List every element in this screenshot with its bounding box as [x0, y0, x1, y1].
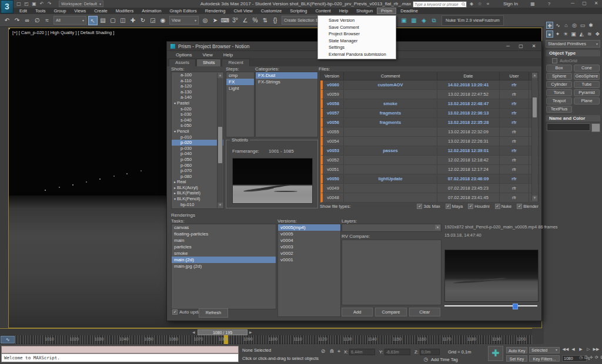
- column-user[interactable]: User: [500, 72, 529, 80]
- shot-item[interactable]: bp-010: [172, 202, 223, 208]
- shot-item[interactable]: s-050: [172, 123, 223, 129]
- dialog-maximize-button[interactable]: ▢: [514, 43, 527, 49]
- macro-recorder-pane[interactable]: [1, 346, 239, 353]
- rect-selection-region-icon[interactable]: ▢: [108, 16, 118, 25]
- primitive-button[interactable]: TextPlus: [546, 106, 572, 113]
- zoom-region-icon[interactable]: ⊡: [584, 355, 588, 360]
- primitives-category-dropdown[interactable]: Standard Primitives▾: [546, 40, 600, 48]
- shot-item[interactable]: Pastel: [172, 100, 223, 106]
- name-color-rollout[interactable]: Name and Color: [546, 115, 600, 122]
- shot-item[interactable]: Pencil: [172, 129, 223, 134]
- scroll-down-icon[interactable]: ▼: [218, 203, 223, 208]
- x-coordinate-field[interactable]: 6,44m: [349, 349, 375, 355]
- menu-item[interactable]: Modifiers: [112, 8, 138, 14]
- preview-slider-track[interactable]: [444, 305, 537, 306]
- render-setup-icon[interactable]: ▣: [399, 16, 409, 25]
- shot-item[interactable]: p-080: [172, 174, 223, 180]
- systems-subtab-icon[interactable]: ❖: [594, 31, 601, 38]
- menu-item[interactable]: Views: [70, 8, 90, 14]
- redo-icon[interactable]: ↷: [12, 16, 22, 25]
- orbit-icon[interactable]: ⟳: [594, 355, 599, 360]
- dialog-tab[interactable]: Assets: [169, 59, 196, 66]
- version-item[interactable]: v0005(mp4): [278, 224, 340, 231]
- select-object-icon[interactable]: ↖: [88, 16, 98, 25]
- object-name-input[interactable]: [547, 123, 590, 131]
- maxscript-listener[interactable]: Welcome to MAXScript.: [1, 353, 239, 362]
- shot-item[interactable]: p-060: [172, 163, 223, 168]
- shot-item[interactable]: BLK(Pencil): [172, 196, 223, 202]
- step-item[interactable]: cmp: [226, 72, 254, 79]
- shot-item[interactable]: a-100: [172, 72, 223, 78]
- time-tag-clock-icon[interactable]: ◷: [422, 356, 430, 362]
- rv-button[interactable]: Add: [342, 308, 373, 316]
- undo-icon[interactable]: ↶: [2, 16, 12, 25]
- primitive-button[interactable]: Plane: [574, 97, 600, 105]
- table-row[interactable]: v0060 customAOV 14.02.2018 13:20:41 rfr: [320, 80, 538, 90]
- time-slider-handle[interactable]: 1080 / 195: [198, 329, 248, 335]
- time-slider[interactable]: ◀ 1080 / 195 ▶: [0, 328, 532, 335]
- play-icon[interactable]: ▶: [577, 347, 584, 352]
- primitive-button[interactable]: Sphere: [546, 73, 572, 80]
- shot-item[interactable]: BLK(Acryl): [172, 185, 223, 191]
- close-button[interactable]: ✕: [593, 1, 600, 6]
- percent-snap-icon[interactable]: %: [250, 16, 260, 25]
- filetype-checkbox[interactable]: ✓Nuke: [495, 204, 512, 209]
- shot-item[interactable]: p-040: [172, 151, 223, 157]
- version-item[interactable]: v0003: [278, 244, 340, 250]
- search-input[interactable]: [413, 2, 461, 6]
- transform-gizmo-toggle[interactable]: ✚: [488, 346, 503, 361]
- table-row[interactable]: v0054 13.02.2018 22:26:31 rfr: [320, 137, 538, 146]
- layers-dropdown[interactable]: ▼: [342, 224, 442, 232]
- shot-item[interactable]: a-130: [172, 89, 223, 95]
- angle-snap-icon[interactable]: ∠: [240, 16, 250, 25]
- primitive-button[interactable]: Teapot: [546, 97, 572, 105]
- shot-item[interactable]: p-020: [172, 140, 223, 146]
- lights-subtab-icon[interactable]: ☀: [562, 31, 569, 38]
- table-row[interactable]: v0056 fragments 13.02.2018 22:35:28 rfr: [320, 118, 538, 127]
- dialog-menu-item[interactable]: Options: [170, 52, 198, 58]
- filetype-checkbox[interactable]: ✓Blender: [517, 204, 539, 209]
- scroll-down-icon[interactable]: ▼: [532, 196, 537, 201]
- shapes-subtab-icon[interactable]: ✦: [554, 31, 561, 38]
- shot-item[interactable]: s-030: [172, 112, 223, 117]
- step-item[interactable]: FX: [226, 79, 254, 85]
- go-to-start-icon[interactable]: ◀◀: [562, 347, 569, 352]
- dialog-menu-item[interactable]: View: [198, 52, 218, 58]
- menu-item[interactable]: Help: [335, 8, 352, 14]
- time-configuration-icon[interactable]: ◷: [578, 355, 583, 360]
- table-row[interactable]: v0050 lightUpdate 07.02.2018 23:46:09 rf…: [320, 174, 538, 184]
- files-scrollbar[interactable]: ▲ ▼: [531, 73, 537, 201]
- dialog-menu-item[interactable]: Help: [218, 52, 238, 58]
- scroll-up-icon[interactable]: ▲: [218, 73, 223, 78]
- window-crossing-icon[interactable]: ◫: [118, 16, 128, 25]
- table-row[interactable]: v0057 fragments 13.02.2018 22:36:13 rfr: [320, 109, 538, 118]
- shot-item[interactable]: s-040: [172, 117, 223, 123]
- category-item[interactable]: FX-Dust: [256, 72, 317, 79]
- shot-item[interactable]: p-050: [172, 157, 223, 163]
- render-production-icon[interactable]: ◈: [419, 16, 429, 25]
- use-pivot-center-icon[interactable]: ◎: [200, 16, 210, 25]
- app-logo[interactable]: 3: [1, 0, 14, 14]
- next-frame-icon[interactable]: ▷: [585, 347, 592, 352]
- sign-in-button[interactable]: Sign In: [503, 1, 518, 6]
- menu-item[interactable]: Create: [90, 8, 112, 14]
- task-item[interactable]: main-jpg (2d): [172, 263, 276, 269]
- maximize-button[interactable]: ▢: [581, 1, 588, 6]
- object-color-swatch[interactable]: [591, 123, 600, 132]
- select-and-place-icon[interactable]: ◉: [158, 16, 168, 25]
- auto-key-button[interactable]: Auto Key: [506, 347, 527, 353]
- shot-item[interactable]: p-030: [172, 146, 223, 151]
- render-iterative-icon[interactable]: ⧉: [429, 16, 439, 25]
- minimize-button[interactable]: ─: [569, 1, 576, 6]
- spinner-snap-icon[interactable]: ⇅: [260, 16, 270, 25]
- bind-to-spacewarp-icon[interactable]: ≈: [42, 16, 52, 25]
- select-and-scale-icon[interactable]: ◲: [148, 16, 158, 25]
- table-row[interactable]: v0055 13.02.2018 22:32:09 rfr: [320, 127, 538, 137]
- modify-tab-icon[interactable]: ∿: [554, 22, 561, 29]
- keyboard-override-icon[interactable]: ⌨: [220, 16, 230, 25]
- task-item[interactable]: particles: [172, 244, 276, 250]
- edit-named-sets-icon[interactable]: {}: [270, 16, 280, 25]
- menu-item[interactable]: Scripting: [286, 8, 311, 14]
- community-icon[interactable]: ◈: [468, 1, 475, 6]
- selection-set-key-dropdown[interactable]: Selected▾: [529, 347, 560, 353]
